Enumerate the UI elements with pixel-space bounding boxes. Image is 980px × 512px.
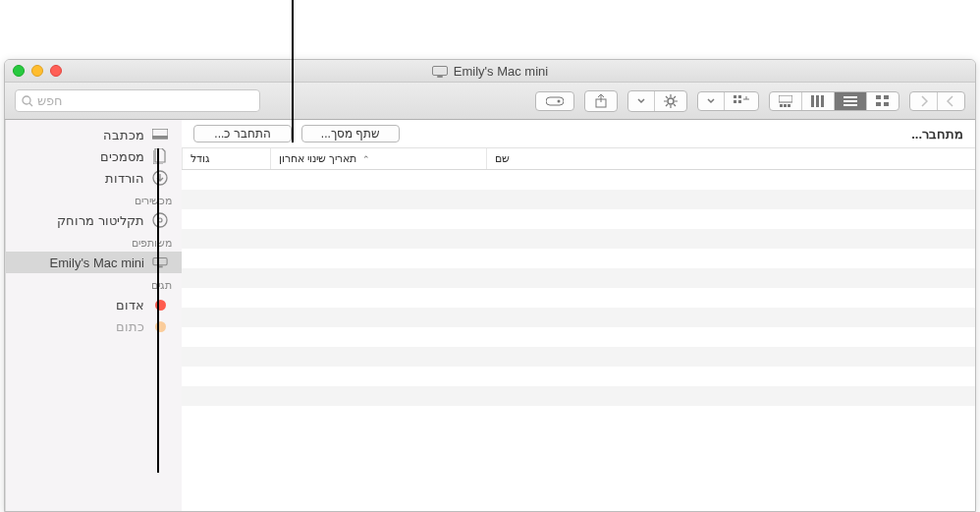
- tag-dot-icon: [152, 297, 168, 313]
- svg-rect-16: [734, 100, 736, 103]
- tag-dot-icon: [152, 318, 168, 334]
- sidebar: מכתבה מסמכים הורדות מכשירים תקליטור מרוח: [5, 120, 182, 511]
- svg-rect-0: [876, 95, 881, 99]
- svg-rect-12: [784, 104, 787, 107]
- svg-point-18: [668, 98, 674, 104]
- sidebar-item-label: תקליטור מרוחק: [14, 213, 144, 228]
- arrange-button-group: [697, 91, 759, 111]
- svg-point-20: [558, 99, 561, 102]
- column-header-name[interactable]: שם: [486, 148, 975, 169]
- column-headers: שם ⌃ תאריך שינוי אחרון גודל: [182, 148, 975, 170]
- search-field[interactable]: חפש: [15, 89, 260, 112]
- sidebar-item-desktop[interactable]: מכתבה: [6, 124, 182, 145]
- column-view-button[interactable]: [802, 92, 835, 110]
- nav-buttons: [909, 91, 965, 111]
- svg-rect-1: [884, 95, 889, 99]
- svg-rect-2: [876, 102, 881, 106]
- computer-icon: [432, 66, 448, 76]
- back-button[interactable]: [938, 92, 964, 110]
- list-row: [182, 347, 975, 367]
- svg-rect-23: [152, 136, 168, 139]
- svg-point-25: [153, 213, 167, 227]
- sidebar-item-label: אדום: [14, 298, 144, 313]
- svg-rect-9: [821, 95, 824, 107]
- content-area: מתחבר... שתף מסך... התחבר כ... שם ⌃ תארי…: [182, 120, 975, 511]
- sidebar-item-label: מסמכים: [14, 149, 144, 164]
- svg-point-21: [23, 96, 30, 104]
- list-row: [182, 327, 975, 347]
- documents-icon: [152, 148, 168, 164]
- finder-window: Emily's Mac mini: [4, 59, 976, 512]
- list-row: [182, 249, 975, 268]
- list-row: [182, 288, 975, 308]
- sidebar-item-label: מכתבה: [14, 128, 144, 142]
- tags-button[interactable]: [535, 91, 574, 111]
- titlebar: Emily's Mac mini: [5, 60, 975, 83]
- svg-rect-10: [779, 95, 792, 102]
- sidebar-item-shared-computer[interactable]: Emily's Mac mini: [6, 252, 182, 273]
- forward-button[interactable]: [910, 92, 938, 110]
- list-row: [182, 229, 975, 249]
- svg-rect-14: [734, 95, 736, 98]
- share-button[interactable]: [584, 90, 618, 112]
- sidebar-item-documents[interactable]: מסמכים: [6, 145, 182, 167]
- sidebar-item-label: הורדות: [14, 171, 144, 186]
- svg-rect-11: [780, 104, 783, 107]
- sidebar-tag-orange[interactable]: כתום: [6, 315, 182, 337]
- sidebar-item-label: Emily's Mac mini: [14, 256, 144, 270]
- close-window-button[interactable]: [50, 65, 62, 77]
- connection-bar: מתחבר... שתף מסך... התחבר כ...: [182, 120, 975, 148]
- window-title: Emily's Mac mini: [432, 64, 548, 79]
- disc-icon: [152, 212, 168, 228]
- list-row: [182, 170, 975, 190]
- sort-indicator-icon: ⌃: [362, 154, 370, 164]
- computer-icon: [152, 255, 168, 270]
- arrange-dropdown-button[interactable]: [698, 92, 725, 110]
- zoom-window-button[interactable]: [13, 65, 25, 77]
- icon-view-button[interactable]: [867, 92, 898, 110]
- svg-rect-7: [811, 95, 814, 107]
- list-row: [182, 190, 975, 209]
- downloads-icon: [152, 170, 168, 186]
- svg-rect-5: [844, 100, 857, 102]
- svg-rect-17: [738, 100, 741, 103]
- action-dropdown-button[interactable]: [628, 91, 655, 111]
- sidebar-heading-tags: תגים: [6, 273, 182, 294]
- svg-rect-15: [738, 95, 741, 98]
- share-screen-button[interactable]: שתף מסך...: [301, 125, 400, 142]
- gallery-view-button[interactable]: [770, 92, 802, 110]
- svg-rect-13: [788, 104, 790, 107]
- svg-rect-4: [844, 96, 857, 98]
- search-placeholder: חפש: [37, 93, 63, 108]
- svg-rect-6: [844, 104, 857, 106]
- connect-as-button[interactable]: התחבר כ...: [193, 125, 292, 142]
- window-title-text: Emily's Mac mini: [454, 64, 548, 79]
- sidebar-heading-devices: מכשירים: [6, 189, 182, 209]
- list-row: [182, 268, 975, 288]
- sidebar-item-downloads[interactable]: הורדות: [6, 167, 182, 189]
- connection-status: מתחבר...: [911, 127, 963, 142]
- list-view-button[interactable]: [835, 92, 867, 110]
- list-row: [182, 308, 975, 327]
- svg-rect-8: [816, 95, 819, 107]
- sidebar-tag-red[interactable]: אדום: [6, 294, 182, 315]
- sidebar-item-label: כתום: [14, 319, 144, 334]
- desktop-icon: [152, 127, 168, 142]
- column-header-date[interactable]: ⌃ תאריך שינוי אחרון: [270, 148, 486, 169]
- search-icon: [22, 95, 33, 107]
- list-row: [182, 386, 975, 406]
- traffic-lights: [13, 65, 62, 77]
- list-row: [182, 406, 975, 426]
- sidebar-heading-shared: משותפים: [6, 231, 182, 252]
- toolbar: חפש: [5, 83, 975, 120]
- arrange-button[interactable]: [725, 92, 758, 110]
- view-buttons: [769, 91, 899, 111]
- svg-rect-27: [153, 258, 167, 265]
- sidebar-item-remote-disc[interactable]: תקליטור מרוחק: [6, 209, 182, 231]
- action-button[interactable]: [655, 91, 686, 111]
- action-button-group: [627, 90, 687, 112]
- minimize-window-button[interactable]: [31, 65, 43, 77]
- column-header-size[interactable]: גודל: [182, 148, 270, 169]
- list-row: [182, 367, 975, 386]
- file-list[interactable]: [182, 170, 975, 511]
